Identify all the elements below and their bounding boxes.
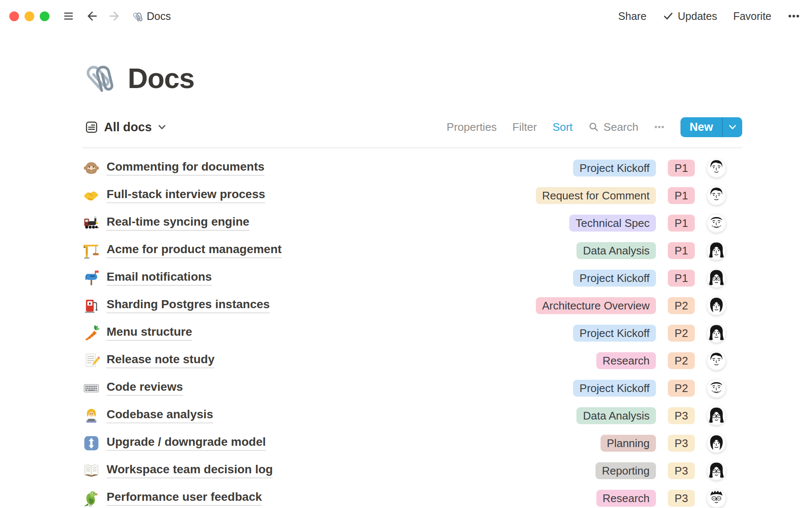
doc-title-link[interactable]: Real-time syncing engine: [107, 215, 250, 231]
doc-type-badge[interactable]: Data Analysis: [576, 407, 656, 424]
table-row[interactable]: Real-time syncing engine Technical Spec …: [82, 209, 742, 237]
table-row[interactable]: Commenting for documents Project Kickoff…: [82, 154, 742, 182]
view-selector[interactable]: All docs: [85, 120, 167, 134]
doc-type-badge[interactable]: Planning: [601, 435, 656, 452]
sort-button[interactable]: Sort: [552, 121, 573, 134]
doc-emoji-icon: [83, 380, 100, 397]
doc-list: Commenting for documents Project Kickoff…: [82, 147, 742, 508]
table-row[interactable]: Full-stack interview process Request for…: [82, 182, 742, 209]
doc-title-link[interactable]: Workspace team decision log: [107, 463, 273, 478]
doc-type-badge[interactable]: Research: [596, 352, 656, 369]
toolbar: All docs Properties Filter Sort Search N…: [82, 117, 742, 137]
priority-badge[interactable]: P1: [668, 187, 695, 204]
doc-title-link[interactable]: Commenting for documents: [107, 160, 264, 176]
new-doc-button[interactable]: New: [680, 117, 722, 137]
updates-button[interactable]: Updates: [663, 10, 717, 22]
doc-type-badge[interactable]: Technical Spec: [569, 215, 656, 232]
priority-badge[interactable]: P2: [668, 352, 695, 369]
avatar[interactable]: [707, 323, 726, 343]
priority-badge[interactable]: P1: [668, 215, 695, 232]
new-doc-dropdown[interactable]: [722, 117, 742, 137]
doc-emoji-icon: [83, 187, 100, 204]
doc-type-badge[interactable]: Request for Comment: [536, 187, 656, 204]
table-row[interactable]: Menu structure Project Kickoff P2: [82, 319, 742, 347]
minimize-window-button[interactable]: [25, 11, 34, 21]
avatar[interactable]: [707, 268, 726, 288]
priority-badge[interactable]: P3: [668, 435, 695, 452]
table-row[interactable]: Codebase analysis Data Analysis P3: [82, 402, 742, 429]
doc-emoji-icon: [83, 435, 100, 452]
doc-emoji-icon: [83, 462, 100, 479]
table-row[interactable]: Code reviews Project Kickoff P2: [82, 374, 742, 402]
table-row[interactable]: Workspace team decision log Reporting P3: [82, 457, 742, 484]
view-selector-label: All docs: [104, 120, 152, 134]
doc-title-link[interactable]: Acme for product management: [107, 243, 282, 258]
doc-title-link[interactable]: Full-stack interview process: [107, 188, 265, 203]
zoom-window-button[interactable]: [40, 11, 49, 21]
doc-title-link[interactable]: Upgrade / downgrade model: [107, 435, 266, 451]
doc-title-link[interactable]: Code reviews: [107, 380, 183, 396]
priority-badge[interactable]: P3: [668, 462, 695, 479]
filter-button[interactable]: Filter: [513, 121, 537, 134]
share-button[interactable]: Share: [618, 10, 647, 22]
priority-badge[interactable]: P1: [668, 160, 695, 177]
doc-emoji-icon: [83, 490, 100, 507]
doc-type-badge[interactable]: Project Kickoff: [573, 380, 656, 397]
avatar[interactable]: [707, 158, 726, 178]
doc-emoji-icon: [83, 407, 100, 424]
new-doc-split-button[interactable]: New: [680, 117, 742, 137]
avatar[interactable]: [707, 406, 726, 425]
doc-type-badge[interactable]: Project Kickoff: [573, 160, 656, 177]
table-row[interactable]: Sharding Postgres instances Architecture…: [82, 292, 742, 319]
priority-badge[interactable]: P1: [668, 270, 695, 287]
doc-title-link[interactable]: Release note study: [107, 353, 214, 368]
doc-title-link[interactable]: Menu structure: [107, 325, 192, 341]
search-button[interactable]: Search: [588, 121, 638, 134]
avatar[interactable]: [707, 461, 726, 480]
doc-type-badge[interactable]: Research: [596, 490, 656, 507]
doc-type-badge[interactable]: Project Kickoff: [573, 325, 656, 342]
avatar[interactable]: [707, 213, 726, 233]
avatar[interactable]: [707, 186, 726, 205]
back-arrow-icon[interactable]: [86, 10, 98, 22]
table-row[interactable]: Performance user feedback Research P3: [82, 484, 742, 508]
doc-type-badge[interactable]: Project Kickoff: [573, 270, 656, 287]
priority-badge[interactable]: P2: [668, 325, 695, 342]
forward-arrow-icon[interactable]: [109, 10, 121, 22]
doc-title-link[interactable]: Email notifications: [107, 270, 212, 286]
doc-list-icon: [85, 120, 99, 134]
doc-type-badge[interactable]: Architecture Overview: [536, 297, 656, 314]
doc-emoji-icon: [83, 270, 100, 287]
avatar[interactable]: [707, 296, 726, 315]
more-options-icon[interactable]: [787, 10, 800, 22]
toolbar-more-icon[interactable]: [654, 121, 665, 133]
doc-emoji-icon: [83, 215, 100, 232]
window-titlebar: Docs Share Updates Favorite: [0, 0, 812, 32]
properties-button[interactable]: Properties: [447, 121, 497, 134]
avatar[interactable]: [707, 433, 726, 453]
avatar[interactable]: [707, 351, 726, 370]
sidebar-menu-icon[interactable]: [62, 11, 75, 21]
priority-badge[interactable]: P3: [668, 407, 695, 424]
page-emoji-paperclip-icon[interactable]: [82, 58, 118, 94]
updates-label: Updates: [678, 10, 717, 22]
avatar[interactable]: [707, 241, 726, 260]
doc-title-link[interactable]: Sharding Postgres instances: [107, 298, 270, 313]
table-row[interactable]: Acme for product management Data Analysi…: [82, 237, 742, 264]
table-row[interactable]: Release note study Research P2: [82, 347, 742, 374]
doc-title-link[interactable]: Performance user feedback: [107, 490, 262, 506]
favorite-button[interactable]: Favorite: [733, 10, 771, 22]
priority-badge[interactable]: P1: [668, 242, 695, 259]
paperclip-icon: [132, 10, 144, 22]
avatar[interactable]: [707, 489, 726, 508]
doc-title-link[interactable]: Codebase analysis: [107, 408, 213, 423]
table-row[interactable]: Email notifications Project Kickoff P1: [82, 264, 742, 292]
priority-badge[interactable]: P3: [668, 490, 695, 507]
priority-badge[interactable]: P2: [668, 297, 695, 314]
close-window-button[interactable]: [9, 11, 19, 21]
priority-badge[interactable]: P2: [668, 380, 695, 397]
avatar[interactable]: [707, 378, 726, 398]
doc-type-badge[interactable]: Data Analysis: [576, 242, 656, 259]
doc-type-badge[interactable]: Reporting: [595, 462, 656, 479]
table-row[interactable]: Upgrade / downgrade model Planning P3: [82, 429, 742, 457]
